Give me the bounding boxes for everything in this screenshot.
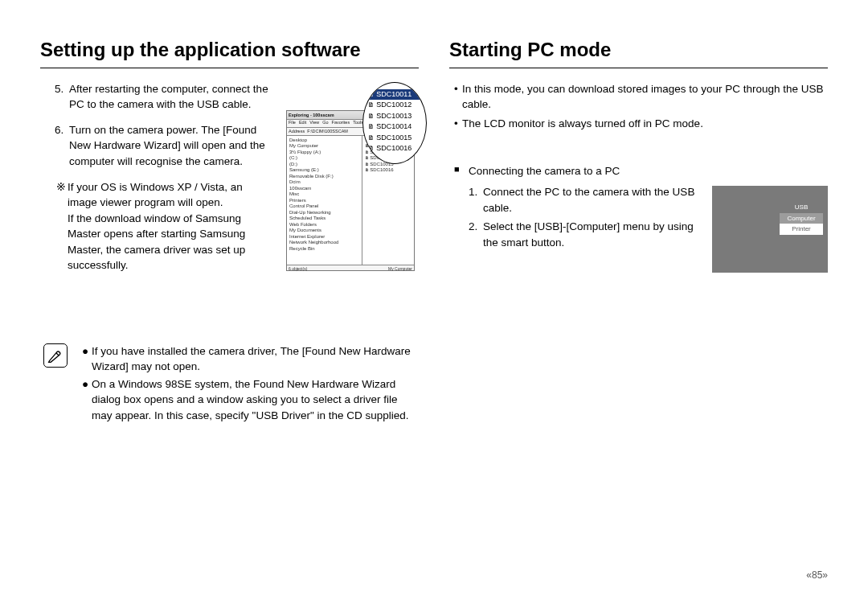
tree-item: Desktop [289,138,359,144]
menu-item: View [309,120,319,126]
tree-item: Recycle Bin [289,246,359,253]
tree-item: Misc [289,191,359,198]
tree-item: 3½ Floppy (A:) [289,150,359,156]
tree-item: Dial-Up Networking [289,210,359,216]
menu-item: Favorites [332,120,350,126]
intro-text: The LCD monitor is always turned off in … [462,116,703,132]
tree-item: Internet Explorer [289,234,359,240]
step-text: Select the [USB]-[Computer] menu by usin… [483,219,702,250]
note-text: If you have installed the camera driver,… [92,343,416,375]
tree-item: Network Neighborhood [289,240,359,246]
tree-item: My Documents [289,228,359,234]
lcd-menu-item: Printer [780,224,823,235]
tree-item: 100sscam [289,186,359,192]
right-step: 1. Connect the PC to the camera with the… [469,184,702,216]
step-number: 6. [55,122,69,170]
left-step: 5. After restarting the computer, connec… [55,81,274,113]
address-value: F:\DCIM\100SSCAM [307,128,348,135]
step-text: After restarting the computer, connect t… [69,81,274,113]
status-right: My Computer [388,265,412,273]
step-text: Turn on the camera power. The [Found New… [69,122,274,170]
right-sub-heading: ■ Connecting the camera to a PC [454,163,828,179]
explorer-callout: SDC10011 SDC10012 SDC10013 SDC10014 SDC1… [362,82,427,164]
step-text: Connect the PC to the camera with the US… [483,184,702,216]
sub-heading-text: Connecting the camera to a PC [469,163,620,179]
bullet-icon: • [454,81,462,113]
step-number: 5. [55,81,69,113]
explorer-statusbar: 6 object(s) My Computer [287,265,414,273]
reference-mark-icon: ※ [55,179,68,211]
callout-item: SDC10011 [368,89,421,101]
menu-item: Edit [299,120,306,126]
list-item: SDC10016 [365,167,411,174]
menu-item: Go [322,120,328,126]
right-heading: Starting PC mode [449,36,828,68]
left-step: 6. Turn on the camera power. The [Found … [55,122,274,170]
lcd-menu-title: USB [780,202,823,213]
left-subnote: If the download window of Samsung Master… [55,211,274,273]
tree-item: Printers [289,198,359,204]
bullet-icon: ● [82,376,92,424]
callout-item: SDC10015 [368,133,421,144]
explorer-tree: Desktop My Computer 3½ Floppy (A:) (C:) … [287,136,362,265]
tree-item: (C:) [289,155,359,162]
left-heading: Setting up the application software [40,36,419,68]
note-icon [43,343,68,368]
note-line: ● If you have installed the camera drive… [82,343,416,375]
intro-text: In this mode, you can download stored im… [462,81,828,113]
lcd-menu: USB Computer Printer [780,202,823,235]
note-text: On a Windows 98SE system, the Found New … [92,376,416,424]
menu-item: File [289,120,296,126]
bullet-icon: ● [82,343,92,375]
lcd-menu-item: Computer [780,213,823,224]
callout-item: SDC10016 [368,143,421,154]
callout-item: SDC10012 [368,100,421,111]
tree-item: Samsung (E:) [289,167,359,174]
intro-line: • In this mode, you can download stored … [454,81,828,113]
left-subnote: ※ If your OS is Windows XP / Vista, an i… [55,179,274,211]
callout-item: SDC10014 [368,121,421,133]
lcd-figure: USB Computer Printer [712,186,828,273]
bullet-icon: • [454,116,462,132]
square-bullet-icon: ■ [454,163,469,179]
note-box: ● If you have installed the camera drive… [40,343,419,425]
tree-item: Removable Disk (F:) [289,174,359,180]
page-number: 85 [806,569,828,582]
subnote-text: If your OS is Windows XP / Vista, an ima… [68,179,274,211]
tree-item: My Computer [289,143,359,150]
step-number: 1. [469,184,483,216]
tree-item: Web Folders [289,222,359,228]
callout-item: SDC10013 [368,111,421,122]
tree-item: Control Panel [289,203,359,210]
subnote-text: If the download window of Samsung Master… [68,211,274,273]
status-left: 6 object(s) [289,265,307,273]
intro-line: • The LCD monitor is always turned off i… [454,116,828,132]
tree-item: (D:) [289,162,359,168]
tree-item: Scheduled Tasks [289,216,359,222]
step-number: 2. [469,219,483,250]
tree-item: Dcim [289,179,359,186]
right-step: 2. Select the [USB]-[Computer] menu by u… [469,219,702,250]
note-line: ● On a Windows 98SE system, the Found Ne… [82,376,416,424]
address-label: Address [289,128,305,135]
explorer-figure: Exploring - 100sscam File Edit View Go F… [286,86,419,279]
